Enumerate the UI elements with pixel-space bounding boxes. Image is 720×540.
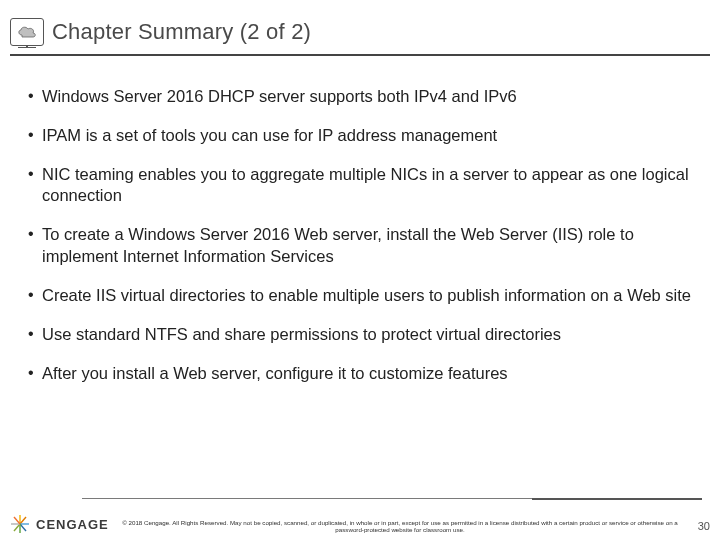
svg-line-3 bbox=[20, 524, 26, 531]
list-item: To create a Windows Server 2016 Web serv… bbox=[28, 224, 698, 266]
brand-name: CENGAGE bbox=[36, 517, 109, 532]
list-item: After you install a Web server, configur… bbox=[28, 363, 698, 384]
slide-footer: CENGAGE © 2018 Cengage. All Rights Reser… bbox=[0, 490, 720, 540]
slide: Chapter Summary (2 of 2) Windows Server … bbox=[0, 0, 720, 540]
svg-line-7 bbox=[14, 517, 20, 524]
list-item: IPAM is a set of tools you can use for I… bbox=[28, 125, 698, 146]
list-item: Windows Server 2016 DHCP server supports… bbox=[28, 86, 698, 107]
title-row: Chapter Summary (2 of 2) bbox=[0, 0, 720, 52]
starburst-icon bbox=[10, 514, 30, 534]
bullet-list: Windows Server 2016 DHCP server supports… bbox=[0, 56, 720, 384]
page-number: 30 bbox=[698, 520, 710, 532]
list-item: Create IIS virtual directories to enable… bbox=[28, 285, 698, 306]
cloud-monitor-icon bbox=[10, 18, 44, 46]
list-item: Use standard NTFS and share permissions … bbox=[28, 324, 698, 345]
svg-line-1 bbox=[20, 517, 26, 524]
svg-line-5 bbox=[14, 524, 20, 531]
copyright-text: © 2018 Cengage. All Rights Reserved. May… bbox=[120, 519, 680, 535]
footer-rule bbox=[82, 498, 702, 499]
brand-logo: CENGAGE bbox=[10, 514, 109, 534]
slide-title: Chapter Summary (2 of 2) bbox=[52, 19, 311, 45]
list-item: NIC teaming enables you to aggregate mul… bbox=[28, 164, 698, 206]
